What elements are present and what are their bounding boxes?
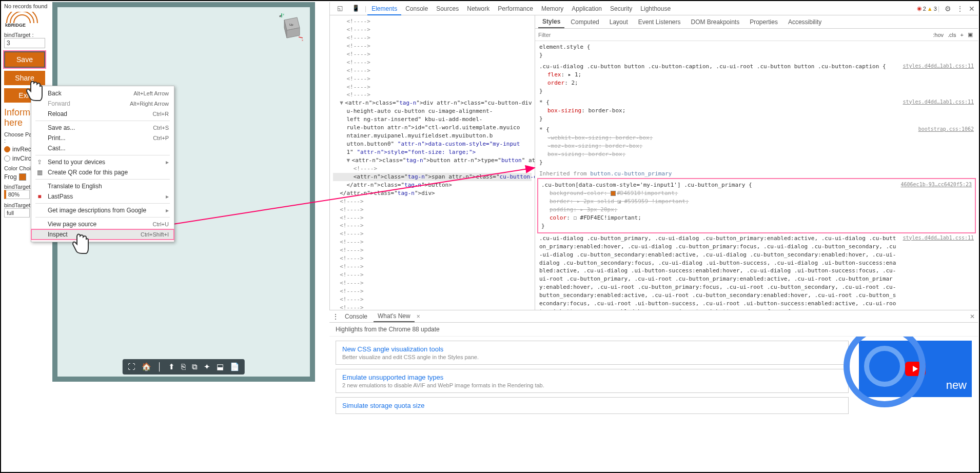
tab-security[interactable]: Security: [606, 3, 636, 15]
styles-tab-computed[interactable]: Computed: [566, 16, 603, 28]
toolbar-icon[interactable]: ⎘: [181, 362, 186, 371]
ctx-cast-[interactable]: Cast...: [31, 143, 174, 153]
styles-tab-layout[interactable]: Layout: [605, 16, 632, 28]
svg-text:z: z: [283, 13, 284, 16]
inspect-element-icon[interactable]: ◱: [333, 3, 347, 15]
settings-icon[interactable]: ⚙: [945, 5, 951, 13]
styles-tab-accessibility[interactable]: Accessibility: [784, 16, 826, 28]
tab-application[interactable]: Application: [567, 3, 606, 15]
close-tab-icon[interactable]: ×: [417, 313, 420, 320]
toolbar-icon[interactable]: ✦: [204, 362, 210, 371]
svg-text:kBRIDGE: kBRIDGE: [5, 23, 26, 27]
svg-line-7: [299, 37, 303, 38]
svg-text:x: x: [302, 38, 303, 42]
cls-toggle[interactable]: .cls: [946, 32, 958, 38]
styles-tab-styles[interactable]: Styles: [538, 16, 564, 28]
ctx-save-as-[interactable]: Save as...Ctrl+S: [31, 123, 174, 133]
kbridge-logo: kBRIDGE: [4, 12, 49, 29]
drawer-headline: Highlights from the Chrome 88 update: [329, 323, 978, 337]
canvas-toolbar: ⛶🏠│⬆⎘⧉✦⬓📄: [123, 359, 245, 375]
more-icon[interactable]: ⋮: [956, 5, 964, 13]
drawer-tab-console[interactable]: Console: [341, 311, 371, 322]
error-count[interactable]: ◉2: [917, 5, 926, 12]
close-icon[interactable]: ✕: [969, 5, 975, 13]
toolbar-icon[interactable]: 🏠: [142, 362, 151, 371]
ctx-create-qr-code-for-this-page[interactable]: ▦Create QR code for this page: [31, 167, 174, 178]
drawer-menu-icon[interactable]: ⋮: [332, 313, 339, 320]
tab-console[interactable]: Console: [401, 3, 432, 15]
toolbar-icon[interactable]: ⛶: [128, 362, 135, 371]
tab-memory[interactable]: Memory: [537, 3, 567, 15]
whatsnew-card[interactable]: Emulate unsupported image types2 new emu…: [336, 369, 849, 393]
filter-input[interactable]: [538, 32, 931, 38]
ctx-get-image-descriptions-from-google[interactable]: Get image descriptions from Google▸: [31, 205, 174, 215]
bind-target-2-value[interactable]: 80%: [4, 190, 30, 199]
promo-video[interactable]: new: [859, 341, 972, 397]
box-model-icon[interactable]: ▣: [966, 31, 975, 38]
tab-elements[interactable]: Elements: [367, 3, 401, 15]
devtools-tabs: ◱ 📱 | ElementsConsoleSourcesNetworkPerfo…: [330, 2, 978, 15]
context-menu: BackAlt+Left ArrowForwardAlt+Right Arrow…: [31, 86, 174, 242]
bind-target-input[interactable]: 3: [4, 38, 45, 48]
devtools-drawer: ⋮ Console What's New × ✕ Highlights from…: [329, 310, 978, 471]
tab-sources[interactable]: Sources: [432, 3, 463, 15]
promo-text: new: [946, 379, 967, 392]
ctx-translate-to-english[interactable]: Translate to English: [31, 181, 174, 191]
whatsnew-card[interactable]: Simulate storage quota size: [336, 397, 849, 414]
bind-target-3-value[interactable]: full: [4, 208, 30, 218]
toolbar-icon[interactable]: │: [158, 362, 162, 371]
ctx-inspect[interactable]: InspectCtrl+Shift+I: [31, 229, 174, 240]
radio-dot-icon: [4, 146, 10, 152]
styles-tab-properties[interactable]: Properties: [746, 16, 782, 28]
tab-performance[interactable]: Performance: [494, 3, 537, 15]
view-cube[interactable]: Up z x: [274, 12, 305, 43]
add-rule-icon[interactable]: +: [958, 32, 966, 38]
radio-dot-icon: [4, 155, 10, 162]
svg-text:Up: Up: [289, 23, 293, 26]
toolbar-icon[interactable]: ⬆: [168, 362, 175, 371]
ctx-view-page-source[interactable]: View page sourceCtrl+U: [31, 219, 174, 229]
styles-tab-dom-breakpoints[interactable]: DOM Breakpoints: [687, 16, 743, 28]
tab-lighthouse[interactable]: Lighthouse: [636, 3, 675, 15]
frog-label: Frog: [4, 173, 17, 181]
styles-filter: :hov .cls + ▣: [535, 29, 978, 41]
styles-tab-event-listeners[interactable]: Event Listeners: [634, 16, 685, 28]
toolbar-icon[interactable]: ⧉: [192, 362, 198, 371]
color-swatch[interactable]: [19, 173, 26, 181]
save-button[interactable]: Save: [4, 51, 45, 68]
whatsnew-card[interactable]: New CSS angle visualization toolsBetter …: [336, 341, 849, 365]
ctx-lastpass[interactable]: ■LastPass▸: [31, 191, 174, 202]
ctx-forward[interactable]: ForwardAlt+Right Arrow: [31, 98, 174, 109]
ctx-send-to-your-devices[interactable]: ⇪Send to your devices▸: [31, 157, 174, 167]
close-drawer-icon[interactable]: ✕: [970, 313, 975, 320]
device-toggle-icon[interactable]: 📱: [348, 3, 364, 15]
hov-toggle[interactable]: :hov: [931, 32, 946, 38]
ctx-reload[interactable]: ReloadCtrl+R: [31, 109, 174, 119]
bind-target-label: bindTarget :: [4, 32, 49, 38]
toolbar-icon[interactable]: 📄: [230, 362, 240, 371]
warning-count[interactable]: ▲3: [927, 6, 937, 12]
tab-network[interactable]: Network: [463, 3, 494, 15]
ctx-back[interactable]: BackAlt+Left Arrow: [31, 88, 174, 98]
no-records-text: No records found: [4, 3, 49, 10]
toolbar-icon[interactable]: ⬓: [217, 362, 224, 371]
ctx-print-[interactable]: Print...Ctrl+P: [31, 133, 174, 143]
drawer-tab-whatsnew[interactable]: What's New: [374, 311, 415, 322]
share-button[interactable]: Share: [4, 71, 45, 85]
